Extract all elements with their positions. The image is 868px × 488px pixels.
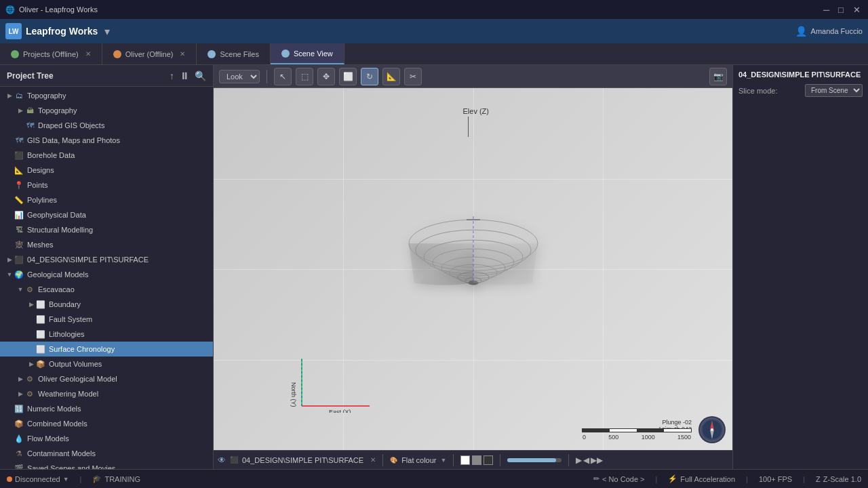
- connection-status: Disconnected ▼: [7, 475, 69, 483]
- tree-item-surface-chron[interactable]: ⬜ Surface Chronology: [0, 342, 213, 357]
- tree-item-icon: ⬛: [14, 254, 24, 265]
- tree-item-numeric[interactable]: 🔢 Numeric Models: [0, 401, 213, 416]
- tree-item-borehole[interactable]: ⬛ Borehole Data: [0, 148, 213, 163]
- scale-1000: 1000: [642, 434, 655, 441]
- slice-mode-select[interactable]: From Scene None Custom: [805, 84, 863, 97]
- tree-arrow[interactable]: ▼: [16, 286, 24, 293]
- move-tool-button[interactable]: ✥: [317, 68, 335, 85]
- scene-item-label: 04_DESIGN\SIMPLE PIT\SURFACE: [242, 456, 363, 464]
- tree-item-icon: ⚙: [24, 284, 35, 295]
- tree-item-label: Oliver Geological Model: [38, 375, 117, 383]
- tree-arrow[interactable]: ▼: [5, 271, 14, 278]
- pause-icon[interactable]: ⏸: [180, 70, 189, 81]
- tab-bar: Projects (Offline) ✕ Oliver (Offline) ✕ …: [0, 43, 868, 65]
- svg-text:East (X): East (X): [329, 409, 351, 413]
- tree-item-meshes[interactable]: 🕸 Meshes: [0, 237, 213, 252]
- tab-close-oliver[interactable]: ✕: [180, 50, 185, 58]
- training-icon: 🎓: [92, 474, 102, 483]
- tree-item-icon: ⬜: [35, 314, 46, 325]
- app-title: Oliver - Leapfrog Works: [19, 5, 98, 14]
- tree-item-fault-system[interactable]: ⬜ Fault System: [0, 312, 213, 327]
- tree-item-excavacao[interactable]: ▼ ⚙ Escavacao: [0, 282, 213, 297]
- section-tool-button[interactable]: ✂: [404, 68, 422, 85]
- plunge-label: Plunge -02: [658, 419, 692, 426]
- connection-arrow[interactable]: ▼: [63, 476, 69, 483]
- tree-item-label: Geological Models: [27, 270, 89, 279]
- tree-item-lithologies[interactable]: ⬜ Lithologies: [0, 327, 213, 342]
- tab-close-projects[interactable]: ✕: [85, 50, 91, 58]
- color-swatch-dark[interactable]: [484, 455, 493, 465]
- tree-item-output-volumes[interactable]: ▶ 📦 Output Volumes: [0, 357, 213, 371]
- select-tool-button[interactable]: ↖: [274, 68, 292, 85]
- tree-arrow[interactable]: ▶: [27, 301, 35, 308]
- tree-item-icon: 🏔: [24, 105, 35, 116]
- prev-frame-button[interactable]: ◀: [583, 455, 589, 465]
- tree-item-icon: 💧: [14, 433, 24, 444]
- tree-arrow[interactable]: ▶: [5, 92, 14, 99]
- tree-item-draped-gis[interactable]: 🗺 Draped GIS Objects: [0, 118, 213, 133]
- collapse-icon[interactable]: ↑: [170, 70, 174, 81]
- tree-item-flow[interactable]: 💧 Flow Models: [0, 431, 213, 446]
- tab-oliver[interactable]: Oliver (Offline) ✕: [102, 43, 197, 64]
- scene-toolbar: Look Front Back Top ↖ ⬚ ✥ ⬜ ↻ 📐 ✂ 📷: [214, 65, 732, 88]
- app-header: LW Leapfrog Works ▾ 👤 Amanda Fuccio: [0, 19, 868, 43]
- look-select[interactable]: Look Front Back Top: [219, 70, 260, 83]
- tree-item-contaminant[interactable]: ⚗ Contaminant Models: [0, 446, 213, 461]
- tree-item-combined[interactable]: 📦 Combined Models: [0, 416, 213, 431]
- tree-item-design-pit[interactable]: ▶ ⬛ 04_DESIGN\SIMPLE PIT\SURFACE: [0, 252, 213, 267]
- zscale-icon: Z: [816, 475, 821, 483]
- tree-item-saved-scenes[interactable]: 🎬 Saved Scenes and Movies: [0, 461, 213, 469]
- maximize-button[interactable]: □: [838, 5, 848, 14]
- tree-arrow[interactable]: ▶: [27, 361, 35, 367]
- tree-arrow[interactable]: ▶: [16, 390, 24, 397]
- tree-item-boundary[interactable]: ▶ ⬜ Boundary: [0, 297, 213, 312]
- tab-scenefiles[interactable]: Scene Files: [197, 43, 270, 64]
- tree-item-icon: 🕸: [14, 239, 24, 250]
- screenshot-button[interactable]: 📷: [709, 68, 727, 85]
- color-swatch-white[interactable]: [460, 455, 470, 465]
- tree-item-geophysical[interactable]: 📊 Geophysical Data: [0, 207, 213, 222]
- tree-arrow[interactable]: ▶: [16, 375, 24, 382]
- rotate-tool-button[interactable]: ↻: [361, 68, 378, 85]
- tree-item-label: GIS Data, Maps and Photos: [27, 136, 120, 144]
- scene-canvas[interactable]: Elev (Z) North (Y) East (X): [214, 88, 732, 450]
- project-tree: ▶ 🗂 Topography ▶ 🏔 Topography 🗺 Draped G…: [0, 87, 213, 469]
- tree-item-weathering[interactable]: ▶ ⚙ Weathering Model: [0, 386, 213, 401]
- search-icon[interactable]: 🔍: [195, 70, 206, 81]
- transform-tool-button[interactable]: ⬜: [339, 68, 357, 85]
- tree-item-icon: 🗺: [24, 120, 35, 131]
- tree-item-oliver-geo[interactable]: ▶ ⚙ Oliver Geological Model: [0, 371, 213, 386]
- compass-widget[interactable]: [698, 416, 726, 443]
- tree-item-geo-models[interactable]: ▼ 🌍 Geological Models: [0, 267, 213, 282]
- user-icon: 👤: [795, 26, 807, 37]
- play-button[interactable]: ▶: [576, 455, 582, 465]
- color-mode-arrow[interactable]: ▼: [440, 457, 446, 464]
- tree-arrow[interactable]: ▶: [16, 107, 24, 114]
- minimize-button[interactable]: ─: [823, 5, 833, 14]
- scene-item-close-button[interactable]: ✕: [370, 456, 376, 464]
- close-button[interactable]: ✕: [853, 5, 863, 14]
- tree-item-topography-group[interactable]: ▶ 🗂 Topography: [0, 88, 213, 103]
- tree-item-topography[interactable]: ▶ 🏔 Topography: [0, 103, 213, 118]
- measure-tool-button[interactable]: 📐: [382, 68, 400, 85]
- zscale-status: Z Z-Scale 1.0: [816, 475, 861, 483]
- opacity-slider[interactable]: [507, 458, 561, 462]
- color-swatch-grey[interactable]: [472, 455, 481, 465]
- tree-item-structural[interactable]: 🏗 Structural Modelling: [0, 222, 213, 237]
- tree-item-label: Flow Models: [27, 434, 69, 443]
- tab-sceneview[interactable]: Scene View: [271, 43, 344, 64]
- tab-projects[interactable]: Projects (Offline) ✕: [0, 43, 102, 64]
- tree-item-points[interactable]: 📍 Points: [0, 178, 213, 192]
- scene-eye-icon[interactable]: 👁: [218, 455, 226, 465]
- zscale-label: Z-Scale 1.0: [823, 475, 861, 483]
- tree-item-icon: ⬛: [14, 150, 24, 161]
- tree-item-polylines[interactable]: 📏 Polylines: [0, 192, 213, 207]
- tree-item-designs[interactable]: 📐 Designs: [0, 163, 213, 178]
- nav-arrow-icon[interactable]: ▾: [104, 25, 110, 38]
- fps-label: 100+ FPS: [759, 475, 792, 483]
- box-select-tool-button[interactable]: ⬚: [296, 68, 313, 85]
- tree-item-gis-data[interactable]: 🗺 GIS Data, Maps and Photos: [0, 133, 213, 148]
- tree-item-icon: ⬜: [35, 299, 46, 310]
- tree-arrow[interactable]: ▶: [5, 256, 14, 263]
- next-frame-button[interactable]: ▶▶: [591, 455, 603, 465]
